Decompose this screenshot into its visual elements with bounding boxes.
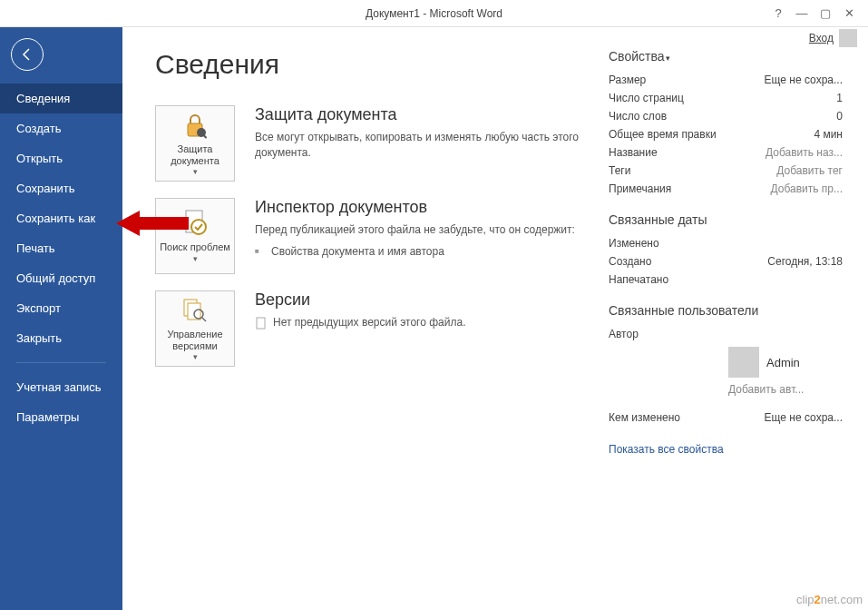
documents-icon: [180, 296, 210, 325]
button-label: Управление версиями: [160, 329, 230, 352]
prop-row-author: Автор: [609, 325, 843, 343]
help-button[interactable]: ?: [766, 4, 790, 22]
prop-label: Число страниц: [609, 92, 684, 104]
nav-item-export[interactable]: Экспорт: [0, 293, 122, 323]
chevron-down-icon: ▾: [666, 54, 670, 63]
prop-row-tags: ТегиДобавить тег: [609, 162, 843, 180]
prop-label: Изменено: [609, 237, 659, 250]
watermark-text: clip: [796, 593, 814, 606]
close-button[interactable]: ✕: [837, 4, 861, 22]
inspect-section: Поиск проблем▾ Инспектор документов Пере…: [155, 198, 609, 274]
signin-avatar-icon[interactable]: [839, 29, 857, 47]
document-icon: [255, 317, 268, 330]
nav-item-open[interactable]: Открыть: [0, 143, 122, 173]
properties-dropdown[interactable]: Свойства▾: [609, 49, 843, 64]
prop-row-title: НазваниеДобавить наз...: [609, 143, 843, 162]
prop-value: 4 мин: [814, 128, 843, 141]
related-dates-header: Связанные даты: [609, 212, 843, 227]
watermark-text: net: [821, 593, 837, 606]
prop-label: Теги: [609, 164, 630, 177]
properties-label: Свойства: [609, 49, 664, 64]
svg-marker-10: [116, 211, 189, 236]
chevron-down-icon: ▾: [193, 167, 198, 176]
nav-item-saveas[interactable]: Сохранить как: [0, 203, 122, 233]
nav-item-options[interactable]: Параметры: [0, 402, 122, 432]
signin-link[interactable]: Вход: [809, 32, 834, 44]
nav-item-close[interactable]: Закрыть: [0, 323, 122, 353]
prop-row-pages: Число страниц1: [609, 89, 843, 107]
related-users-header: Связанные пользователи: [609, 303, 843, 318]
nav-label: Создать: [16, 122, 61, 135]
prop-row-printed: Напечатано: [609, 271, 843, 289]
prop-value: 0: [836, 110, 843, 123]
prop-row-words: Число слов0: [609, 107, 843, 125]
prop-label: Создано: [609, 255, 651, 268]
prop-placeholder[interactable]: Добавить наз...: [766, 146, 843, 159]
prop-label: Кем изменено: [609, 411, 680, 424]
protect-document-button[interactable]: Защита документа▾: [155, 105, 235, 182]
watermark-text: 2: [814, 593, 821, 606]
svg-rect-9: [257, 318, 265, 329]
versions-desc: Нет предыдущих версий этого файла.: [255, 315, 609, 330]
nav-label: Учетная запись: [16, 380, 102, 394]
nav-item-new[interactable]: Создать: [0, 113, 122, 143]
nav-item-save[interactable]: Сохранить: [0, 173, 122, 203]
prop-row-created: СозданоСегодня, 13:18: [609, 252, 843, 271]
prop-label: Напечатано: [609, 273, 668, 286]
svg-point-4: [191, 220, 206, 234]
prop-row-comments: ПримечанияДобавить пр...: [609, 180, 843, 198]
add-author-link[interactable]: Добавить авт...: [728, 383, 804, 396]
prop-label: Число слов: [609, 110, 667, 123]
back-button[interactable]: [11, 38, 44, 71]
protect-desc: Все могут открывать, копировать и изменя…: [255, 130, 609, 161]
nav-item-share[interactable]: Общий доступ: [0, 263, 122, 293]
author-user: Admin: [728, 347, 843, 378]
page-title: Сведения: [155, 49, 609, 80]
show-all-properties-link[interactable]: Показать все свойства: [609, 443, 843, 456]
prop-row-lastmod: Кем измененоЕще не сохра...: [609, 408, 843, 427]
chevron-down-icon: ▾: [193, 254, 198, 263]
prop-label: Примечания: [609, 182, 671, 195]
prop-value: 1: [836, 92, 843, 104]
protect-title: Защита документа: [255, 105, 609, 124]
prop-placeholder[interactable]: Добавить тег: [776, 164, 843, 177]
button-label: Поиск проблем: [160, 241, 230, 253]
nav-label: Сведения: [16, 92, 70, 105]
prop-value: Сегодня, 13:18: [767, 255, 843, 268]
svg-rect-6: [188, 303, 200, 320]
nav-label: Сохранить как: [16, 212, 95, 225]
nav-label: Сохранить: [16, 182, 75, 195]
watermark: clip2net.com: [796, 593, 863, 606]
arrow-left-icon: [20, 47, 34, 62]
inspect-desc: Перед публикацией этого файла не забудьт…: [255, 222, 609, 238]
manage-versions-button[interactable]: Управление версиями▾: [155, 290, 235, 367]
svg-line-8: [202, 318, 206, 321]
prop-placeholder[interactable]: Добавить пр...: [770, 182, 843, 195]
button-label: Защита документа: [160, 143, 230, 167]
nav-item-account[interactable]: Учетная запись: [0, 372, 122, 402]
prop-value: Еще не сохра...: [765, 411, 843, 424]
minimize-button[interactable]: —: [790, 4, 814, 22]
nav-label: Закрыть: [16, 331, 62, 345]
signin-row: Вход: [809, 29, 857, 47]
prop-value: Еще не сохра...: [765, 74, 843, 86]
prop-row-edittime: Общее время правки4 мин: [609, 125, 843, 143]
prop-row-size: РазмерЕще не сохра...: [609, 71, 843, 89]
avatar-icon: [728, 347, 759, 378]
nav-label: Экспорт: [16, 301, 61, 315]
backstage-sidebar: Сведения Создать Открыть Сохранить Сохра…: [0, 27, 122, 610]
chevron-down-icon: ▾: [193, 352, 198, 361]
restore-button[interactable]: ▢: [814, 4, 837, 22]
nav-label: Параметры: [16, 410, 79, 424]
nav-label: Общий доступ: [16, 271, 95, 285]
properties-panel: Свойства▾ РазмерЕще не сохра... Число ст…: [609, 49, 843, 610]
versions-desc-text: Нет предыдущих версий этого файла.: [273, 316, 466, 329]
nav-label: Открыть: [16, 152, 63, 165]
nav-item-print[interactable]: Печать: [0, 233, 122, 263]
annotation-arrow-icon: [116, 207, 189, 240]
versions-section: Управление версиями▾ Версии Нет предыдущ…: [155, 290, 609, 367]
nav-item-info[interactable]: Сведения: [0, 84, 122, 113]
lock-icon: [180, 111, 210, 140]
prop-row-modified: Изменено: [609, 234, 843, 252]
protect-section: Защита документа▾ Защита документа Все м…: [155, 105, 609, 182]
